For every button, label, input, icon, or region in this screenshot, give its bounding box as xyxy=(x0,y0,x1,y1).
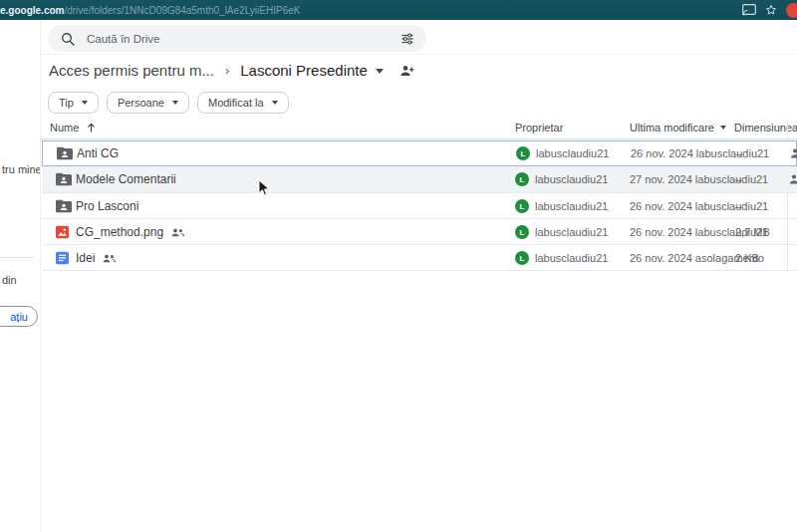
table-header-divider xyxy=(41,138,797,139)
folder-menu-caret-icon[interactable] xyxy=(376,69,384,74)
shared-folder-icon xyxy=(56,173,72,186)
last-modified: 27 nov. 2024 labusclaudiu21 xyxy=(630,173,768,185)
shared-people-icon xyxy=(171,228,184,237)
breadcrumb-separator-icon: › xyxy=(225,63,229,78)
shared-folder-icon xyxy=(57,147,73,160)
column-header-owner[interactable]: Proprietar xyxy=(515,122,563,133)
shared-people-icon xyxy=(103,254,116,263)
owner-avatar: L xyxy=(515,251,529,265)
owner-name: labusclaudiu21 xyxy=(536,147,609,159)
address-url[interactable]: e.google.com/drive/folders/1NNcD09G84a5m… xyxy=(0,5,300,16)
chevron-down-icon xyxy=(82,101,88,105)
sidebar-item-shared-with-me[interactable]: tru mine xyxy=(2,163,41,175)
chevron-down-icon xyxy=(172,101,178,105)
document-file-icon xyxy=(56,252,69,265)
search-filters-icon[interactable] xyxy=(400,32,414,46)
sidebar-divider xyxy=(0,257,34,258)
profile-avatar[interactable] xyxy=(786,3,797,18)
file-size: – xyxy=(736,147,742,159)
file-size: 2 KB xyxy=(735,252,759,264)
breadcrumb: Acces permis pentru m... › Lasconi Prese… xyxy=(49,62,414,79)
table-row[interactable]: Pro Lasconi L labusclaudiu21 26 nov. 202… xyxy=(42,193,797,219)
table-row[interactable]: CG_method.png L labusclaudiu21 26 nov. 2… xyxy=(42,219,797,245)
drive-page: tru mine din ațiu Acces permis pentru m.… xyxy=(0,20,797,532)
filter-chip-bar: Tip Persoane Modificat la xyxy=(48,92,289,114)
column-header-modified[interactable]: Ultima modificare xyxy=(630,122,726,133)
filter-chip-people[interactable]: Persoane xyxy=(107,92,189,114)
search-bar[interactable] xyxy=(48,25,426,52)
last-modified: 26 nov. 2024 labusclaudiu21 xyxy=(630,200,768,212)
owner-name: labusclaudiu21 xyxy=(535,226,608,238)
image-file-icon xyxy=(56,226,69,239)
breadcrumb-current-folder[interactable]: Lasconi Presedinte xyxy=(240,62,368,79)
buy-storage-button[interactable]: ațiu xyxy=(0,306,38,327)
header-divider xyxy=(41,54,797,55)
column-header-name[interactable]: Nume xyxy=(50,122,79,133)
sort-ascending-icon[interactable] xyxy=(87,123,96,134)
mouse-cursor-icon xyxy=(258,179,270,200)
search-icon xyxy=(61,32,75,46)
url-path: /drive/folders/1NNcD09G84a5mth0_lAe2Lyii… xyxy=(64,5,300,16)
table-row[interactable]: Modele Comentarii L labusclaudiu21 27 no… xyxy=(42,166,797,192)
chevron-down-icon xyxy=(272,101,278,105)
share-action-icon[interactable] xyxy=(790,148,797,159)
file-size: 2,7 MB xyxy=(735,226,770,238)
shared-folder-members-icon[interactable] xyxy=(399,65,414,77)
file-name[interactable]: Pro Lasconi xyxy=(76,199,138,213)
browser-title-bar: e.google.com/drive/folders/1NNcD09G84a5m… xyxy=(0,0,797,20)
owner-avatar: L xyxy=(515,225,529,239)
file-name[interactable]: Anti CG xyxy=(77,146,119,160)
table-row[interactable]: Anti CG L labusclaudiu21 26 nov. 2024 la… xyxy=(42,140,797,166)
filter-chip-type[interactable]: Tip xyxy=(48,92,99,114)
file-name[interactable]: CG_method.png xyxy=(76,225,184,239)
file-size: – xyxy=(735,200,741,212)
owner-name: labusclaudiu21 xyxy=(535,173,608,185)
bookmark-star-icon[interactable] xyxy=(765,4,777,16)
sidebar-storage-label: din xyxy=(2,274,17,286)
sidebar-clipped: tru mine din ațiu xyxy=(0,20,41,532)
shared-folder-icon xyxy=(56,200,72,213)
file-list-header: Nume Proprietar Ultima modificare Dimens… xyxy=(0,120,797,138)
search-input[interactable] xyxy=(87,33,400,45)
owner-name: labusclaudiu21 xyxy=(535,252,608,264)
file-name[interactable]: Modele Comentarii xyxy=(76,172,176,186)
cast-icon[interactable] xyxy=(742,4,756,16)
file-name[interactable]: Idei xyxy=(76,251,116,265)
share-action-icon[interactable] xyxy=(789,174,797,185)
url-domain: e.google.com xyxy=(0,5,64,16)
table-row[interactable]: Idei L labusclaudiu21 26 nov. 2024 asola… xyxy=(42,245,797,271)
breadcrumb-parent[interactable]: Acces permis pentru m... xyxy=(49,62,214,79)
chevron-down-icon xyxy=(720,126,726,130)
last-modified: 26 nov. 2024 labusclaudiu21 xyxy=(631,147,769,159)
owner-name: labusclaudiu21 xyxy=(535,200,608,212)
owner-avatar: L xyxy=(516,146,530,160)
owner-avatar: L xyxy=(515,199,529,213)
owner-avatar: L xyxy=(515,172,529,186)
file-size: – xyxy=(735,173,741,185)
filter-chip-modified[interactable]: Modificat la xyxy=(197,92,289,114)
